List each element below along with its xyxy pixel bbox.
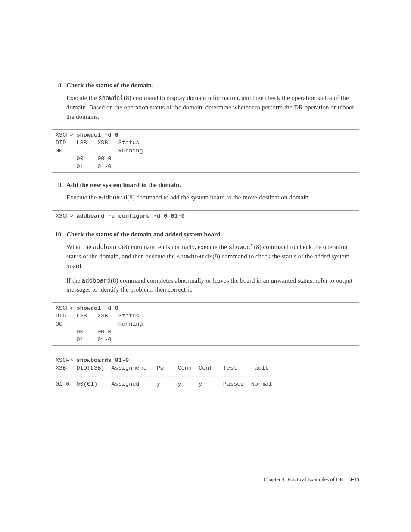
code-block-addboard: XSCF> addboard -c configure -d 0 01-0	[52, 210, 359, 222]
step-paragraph: Execute the showdcl(8) command to displa…	[66, 93, 359, 121]
step-paragraph: If the addboard(8) command completes abn…	[66, 276, 359, 295]
step-title: Check the status of the domain and added…	[66, 231, 222, 238]
step-title: Add the new system board to the domain.	[66, 181, 181, 189]
step-title: Check the status of the domain.	[66, 82, 153, 89]
step-10: 10. Check the status of the domain and a…	[52, 231, 359, 295]
step-header: 10. Check the status of the domain and a…	[52, 231, 359, 238]
step-header: 9. Add the new system board to the domai…	[52, 181, 359, 189]
step-header: 8. Check the status of the domain.	[52, 82, 359, 89]
code-block-showdcl-1: XSCF> showdcl -d 0 DID LSB XSB Status 00…	[52, 129, 359, 173]
page: 8. Check the status of the domain. Execu…	[0, 0, 411, 509]
step-body: When the addboard(8) command ends normal…	[66, 243, 359, 295]
code-block-showdcl-2: XSCF> showdcl -d 0 DID LSB XSB Status 00…	[52, 302, 359, 346]
step-body: Execute the addboard(8) command to add t…	[66, 193, 359, 202]
page-footer: Chapter 4 Practical Examples of DR4-15	[52, 476, 359, 483]
code-block-showboards: XSCF> showboards 01-0 XSB DID(LSB) Assig…	[52, 355, 359, 390]
step-paragraph: Execute the addboard(8) command to add t…	[66, 193, 359, 202]
step-8: 8. Check the status of the domain. Execu…	[52, 82, 359, 121]
footer-chapter: Chapter 4	[264, 476, 285, 482]
step-paragraph: When the addboard(8) command ends normal…	[66, 243, 359, 271]
step-body: Execute the showdcl(8) command to displa…	[66, 93, 359, 121]
footer-title: Practical Examples of DR	[287, 476, 343, 482]
step-number: 8.	[52, 82, 66, 89]
step-number: 10.	[52, 231, 66, 238]
step-9: 9. Add the new system board to the domai…	[52, 181, 359, 202]
footer-page-number: 4-15	[349, 476, 359, 482]
step-number: 9.	[52, 181, 66, 189]
